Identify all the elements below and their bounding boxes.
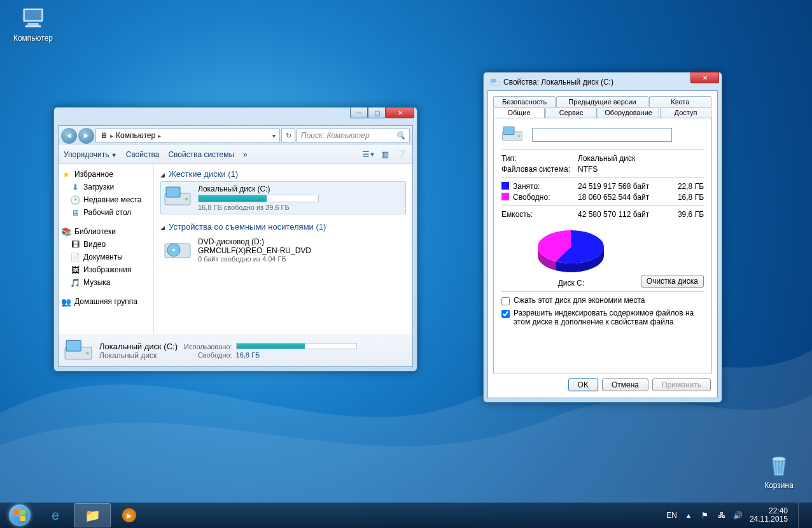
chevron-right-icon: ▸ [158, 132, 161, 139]
sidebar-libraries[interactable]: 📚Библиотеки [61, 225, 151, 238]
disk-cleanup-button[interactable]: Очистка диска [641, 275, 704, 288]
star-icon: ★ [61, 169, 71, 179]
computer-icon: 🖥 [100, 131, 108, 140]
sidebar-homegroup[interactable]: 👥Домашняя группа [61, 295, 151, 308]
desktop-icon-trash[interactable]: Корзина [753, 452, 804, 490]
sidebar-video[interactable]: 🎞Видео [61, 238, 151, 251]
taskbar: ｅ 📁 ▶ EN ▴ ⚑ 🖧 🔊 22:40 24.11.2015 [0, 503, 812, 528]
explorer-minimize-button[interactable]: ─ [350, 107, 368, 118]
taskbar-clock[interactable]: 22:40 24.11.2015 [750, 507, 788, 524]
action-center-icon[interactable]: ⚑ [700, 510, 710, 520]
type-label: Тип: [501, 154, 571, 163]
compress-checkbox[interactable] [501, 297, 510, 305]
svg-point-21 [518, 135, 520, 137]
download-icon: ⬇ [70, 182, 80, 192]
props-title-text: Свойства: Локальный диск (C:) [503, 78, 613, 87]
props-close-button[interactable]: ✕ [690, 72, 719, 83]
nav-forward-button[interactable]: ► [78, 128, 94, 144]
hdd-icon [64, 338, 93, 364]
system-properties-button[interactable]: Свойства системы [168, 150, 234, 159]
taskbar-explorer[interactable]: 📁 [74, 503, 111, 527]
sidebar-favorites[interactable]: ★Избранное [61, 168, 151, 181]
cancel-button[interactable]: Отмена [602, 379, 648, 391]
refresh-button[interactable]: ↻ [281, 129, 295, 142]
toolbar-overflow-button[interactable]: » [243, 150, 248, 159]
svg-rect-24 [14, 516, 19, 521]
folder-icon: 📁 [85, 508, 101, 523]
section-removable-header[interactable]: Устройства со съемными носителями (1) [160, 221, 406, 234]
tab-access[interactable]: Доступ [660, 107, 711, 118]
drive-c-name: Локальный диск (C:) [198, 184, 403, 193]
trash-icon [766, 452, 792, 479]
desktop-icon-computer[interactable]: Компьютер [8, 5, 59, 43]
drive-d-freespace: 0 байт свободно из 4,04 ГБ [198, 255, 403, 263]
properties-dialog: ✕ Свойства: Локальный диск (C:) Безопасн… [483, 72, 722, 403]
hdd-icon [501, 125, 523, 144]
organize-button[interactable]: Упорядочить ▼ [64, 150, 117, 159]
preview-pane-button[interactable]: ▥ [379, 149, 391, 160]
ok-button[interactable]: OK [568, 379, 598, 391]
network-icon[interactable]: 🖧 [717, 510, 727, 520]
start-button[interactable] [3, 503, 37, 528]
chevron-right-icon: ▸ [110, 132, 113, 139]
svg-point-16 [87, 352, 89, 354]
tab-security[interactable]: Безопасность [493, 96, 556, 107]
tab-service[interactable]: Сервис [545, 107, 597, 118]
explorer-close-button[interactable]: ✕ [386, 107, 414, 118]
sidebar-downloads[interactable]: ⬇Загрузки [61, 181, 151, 193]
details-free-label: Свободно: [184, 351, 232, 359]
index-checkbox[interactable] [501, 310, 510, 318]
language-indicator[interactable]: EN [666, 511, 677, 520]
free-label: Свободно: [513, 193, 550, 202]
chevron-down-icon[interactable]: ▾ [272, 132, 276, 139]
desktop-icon-computer-label: Компьютер [13, 34, 53, 43]
chevron-down-icon: ▼ [111, 152, 117, 158]
pie-label: Диск C: [501, 279, 641, 288]
details-used-label: Использовано: [184, 343, 232, 351]
sidebar-documents[interactable]: 📄Документы [61, 251, 151, 263]
sidebar-desktop[interactable]: 🖥Рабочий стол [61, 206, 151, 219]
used-gb: 22,8 ГБ [672, 182, 704, 191]
drive-d[interactable]: DVD-дисковод (D:) GRMCULF(X)REO_EN-RU_DV… [160, 234, 406, 266]
breadcrumb-computer[interactable]: Компьютер [116, 131, 155, 140]
apply-button[interactable]: Применить [652, 379, 711, 391]
search-input[interactable]: Поиск: Компьютер 🔍 [297, 129, 410, 142]
help-button[interactable]: ❔ [396, 149, 407, 160]
computer-icon [20, 5, 46, 32]
dvd-icon [164, 237, 192, 260]
used-bytes: 24 519 917 568 байт [578, 182, 666, 191]
volume-icon[interactable]: 🔊 [733, 510, 743, 520]
taskbar-ie[interactable]: ｅ [37, 503, 74, 527]
volume-name-input[interactable] [532, 128, 672, 142]
section-hdd-header[interactable]: Жесткие диски (1) [160, 168, 406, 181]
explorer-sidebar: ★Избранное ⬇Загрузки 🕑Недавние места 🖥Ра… [59, 164, 154, 335]
taskbar-wmp[interactable]: ▶ [111, 503, 148, 527]
properties-button[interactable]: Свойства [126, 150, 160, 159]
svg-point-10 [185, 198, 188, 200]
view-mode-button[interactable]: ☰ ▼ [363, 149, 374, 160]
tab-hardware[interactable]: Оборудование [598, 107, 659, 118]
sidebar-music[interactable]: 🎵Музыка [61, 276, 151, 289]
tab-quota[interactable]: Квота [649, 96, 711, 107]
explorer-toolbar: Упорядочить ▼ Свойства Свойства системы … [59, 145, 412, 164]
index-checkbox-row[interactable]: Разрешить индексировать содержимое файло… [501, 309, 704, 326]
explorer-navbar: ◄ ► 🖥 ▸ Компьютер ▸ ▾ ↻ Поиск: Компьютер… [59, 126, 412, 145]
compress-checkbox-row[interactable]: Сжать этот диск для экономии места [501, 296, 704, 305]
library-icon: 📚 [61, 226, 71, 237]
show-hidden-icons-button[interactable]: ▴ [683, 510, 694, 520]
homegroup-icon: 👥 [61, 296, 71, 307]
tab-general[interactable]: Общие [493, 107, 545, 118]
drive-c[interactable]: Локальный диск (C:) 16,8 ГБ свободно из … [160, 181, 406, 214]
address-bar[interactable]: 🖥 ▸ Компьютер ▸ ▾ [95, 129, 280, 142]
explorer-maximize-button[interactable]: ▢ [368, 107, 386, 118]
tab-previous-versions[interactable]: Предыдущие версии [556, 96, 648, 107]
details-usage-bar [236, 343, 357, 349]
show-desktop-button[interactable] [798, 503, 807, 528]
windows-logo-icon [9, 504, 31, 526]
nav-back-button[interactable]: ◄ [61, 128, 77, 144]
sidebar-pictures[interactable]: 🖼Изображения [61, 263, 151, 276]
props-titlebar[interactable]: Свойства: Локальный диск (C:) [487, 76, 718, 90]
explorer-content: Жесткие диски (1) Локальный диск (C:) 16… [154, 164, 412, 335]
sidebar-recent[interactable]: 🕑Недавние места [61, 193, 151, 206]
video-icon: 🎞 [70, 239, 80, 249]
